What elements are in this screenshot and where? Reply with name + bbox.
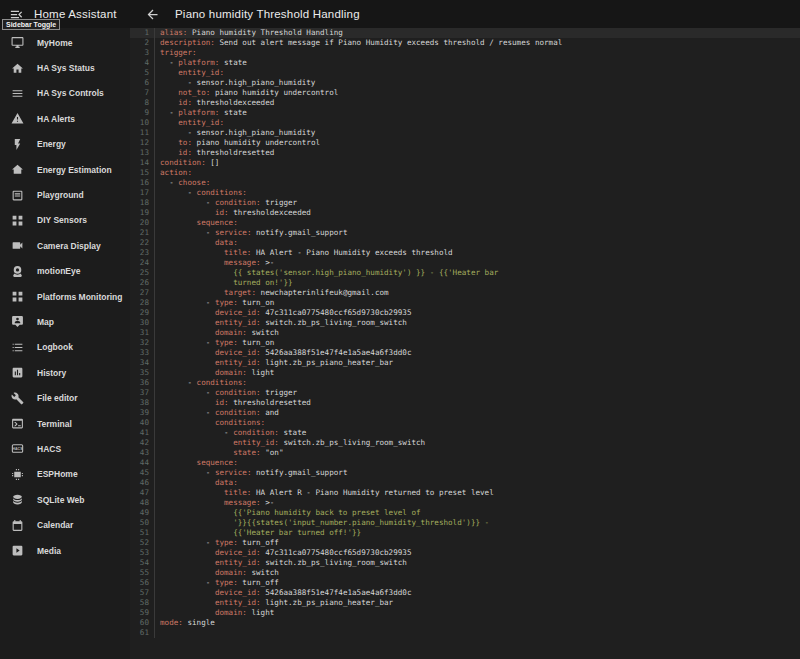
code-text: '}}{{states('input_number.piano_humidity…	[155, 518, 489, 528]
code-line[interactable]: 38 id: thresholdresetted	[130, 398, 800, 408]
code-line[interactable]: 37 - condition: trigger	[130, 388, 800, 398]
code-line[interactable]: 14 condition: []	[130, 158, 800, 168]
code-line[interactable]: 60 mode: single	[130, 618, 800, 628]
code-line[interactable]: 43 state: "on"	[130, 448, 800, 458]
code-line[interactable]: 52 - type: turn_off	[130, 538, 800, 548]
code-line[interactable]: 32 - type: turn_on	[130, 338, 800, 348]
code-line[interactable]: 53 device_id: 47c311ca0775480ccf65d9730c…	[130, 548, 800, 558]
sidebar-item-history[interactable]: History	[0, 360, 130, 385]
sidebar-item-ha-sys-status[interactable]: HA Sys Status	[0, 55, 130, 80]
sidebar-item-ha-sys-controls[interactable]: HA Sys Controls	[0, 81, 130, 106]
line-number: 2	[130, 38, 155, 48]
code-line[interactable]: 49 {{'Piano humidity back to preset leve…	[130, 508, 800, 518]
code-text: turned on!'}}	[155, 278, 293, 288]
code-line[interactable]: 18 - condition: trigger	[130, 198, 800, 208]
code-line[interactable]: 47 title: HA Alert R - Piano Humidity re…	[130, 488, 800, 498]
code-line[interactable]: 44 sequence:	[130, 458, 800, 468]
code-line[interactable]: 31 domain: switch	[130, 328, 800, 338]
sidebar-item-sqlite-web[interactable]: SQLite Web	[0, 487, 130, 512]
hacs-icon: HACS	[11, 442, 24, 455]
code-line[interactable]: 33 device_id: 5426aa388f51e47f4e1a5ae4a6…	[130, 348, 800, 358]
sidebar-item-terminal[interactable]: Terminal	[0, 411, 130, 436]
sidebar-item-playground[interactable]: Playground	[0, 182, 130, 207]
sidebar-item-diy-sensors[interactable]: DIY Sensors	[0, 208, 130, 233]
sidebar-item-label: HACS	[37, 444, 61, 454]
code-line[interactable]: 28 - type: turn_on	[130, 298, 800, 308]
sidebar-item-energy[interactable]: Energy	[0, 132, 130, 157]
line-number: 25	[130, 268, 155, 278]
code-line[interactable]: 48 message: >-	[130, 498, 800, 508]
code-line[interactable]: 45 - service: notify.gmail_support	[130, 468, 800, 478]
line-number: 1	[130, 28, 155, 38]
yaml-editor[interactable]: 1 alias: Piano humidity Threshold Handli…	[130, 28, 800, 659]
code-line[interactable]: 29 device_id: 47c311ca0775480ccf65d9730c…	[130, 308, 800, 318]
line-number: 13	[130, 148, 155, 158]
code-line[interactable]: 20 sequence:	[130, 218, 800, 228]
chart-icon	[11, 366, 24, 379]
sidebar-item-motioneye[interactable]: motionEye	[0, 259, 130, 284]
code-line[interactable]: 1 alias: Piano humidity Threshold Handli…	[130, 28, 800, 38]
code-line[interactable]: 3 trigger:	[130, 48, 800, 58]
code-line[interactable]: 8 id: thresholdexceeded	[130, 98, 800, 108]
code-line[interactable]: 23 title: HA Alert - Piano Humidity exce…	[130, 248, 800, 258]
code-line[interactable]: 7 not_to: piano humidity undercontrol	[130, 88, 800, 98]
code-line[interactable]: 19 id: thresholdexceeded	[130, 208, 800, 218]
code-line[interactable]: 13 id: thresholdresetted	[130, 148, 800, 158]
code-line[interactable]: 39 - condition: and	[130, 408, 800, 418]
code-line[interactable]: 15 action:	[130, 168, 800, 178]
code-line[interactable]: 41 - condition: state	[130, 428, 800, 438]
code-line[interactable]: 16 - choose:	[130, 178, 800, 188]
code-line[interactable]: 9 - platform: state	[130, 108, 800, 118]
sidebar-item-label: MyHome	[37, 38, 72, 48]
code-line[interactable]: 24 message: >-	[130, 258, 800, 268]
code-line[interactable]: 10 entity_id:	[130, 118, 800, 128]
code-line[interactable]: 5 entity_id:	[130, 68, 800, 78]
sidebar-item-ha-alerts[interactable]: HA Alerts	[0, 106, 130, 131]
sidebar-item-hacs[interactable]: HACS HACS	[0, 436, 130, 461]
code-text: message: >-	[155, 258, 274, 268]
code-line[interactable]: 2 description: Send out alert message if…	[130, 38, 800, 48]
sidebar-item-calendar[interactable]: Calendar	[0, 512, 130, 537]
sidebar-item-media[interactable]: Media	[0, 538, 130, 563]
code-line[interactable]: 59 domain: light	[130, 608, 800, 618]
code-line[interactable]: 34 entity_id: light.zb_ps_piano_heater_b…	[130, 358, 800, 368]
code-line[interactable]: 46 data:	[130, 478, 800, 488]
sidebar-item-myhome[interactable]: MyHome	[0, 30, 130, 55]
sidebar-item-energy-estimation[interactable]: Energy Estimation	[0, 157, 130, 182]
code-text: entity_id:	[155, 68, 224, 78]
code-line[interactable]: 51 {{'Heater bar turned off!'}}	[130, 528, 800, 538]
code-line[interactable]: 30 entity_id: switch.zb_ps_living_room_s…	[130, 318, 800, 328]
calendar-icon	[11, 519, 24, 532]
code-line[interactable]: 36 - conditions:	[130, 378, 800, 388]
code-line[interactable]: 25 {{ states('sensor.high_piano_humidity…	[130, 268, 800, 278]
line-number: 29	[130, 308, 155, 318]
code-line[interactable]: 26 turned on!'}}	[130, 278, 800, 288]
sidebar-item-map[interactable]: Map	[0, 309, 130, 334]
code-line[interactable]: 12 to: piano humidity undercontrol	[130, 138, 800, 148]
code-line[interactable]: 55 domain: switch	[130, 568, 800, 578]
code-line[interactable]: 27 target: newchapterinlifeuk@gmail.com	[130, 288, 800, 298]
code-line[interactable]: 58 entity_id: light.zb_ps_piano_heater_b…	[130, 598, 800, 608]
code-line[interactable]: 4 - platform: state	[130, 58, 800, 68]
sidebar-item-platforms-monitoring[interactable]: Platforms Monitoring	[0, 284, 130, 309]
code-line[interactable]: 21 - service: notify.gmail_support	[130, 228, 800, 238]
line-number: 21	[130, 228, 155, 238]
code-line[interactable]: 61	[130, 628, 800, 638]
sidebar-item-logbook[interactable]: Logbook	[0, 335, 130, 360]
code-line[interactable]: 56 - type: turn_off	[130, 578, 800, 588]
code-line[interactable]: 17 - conditions:	[130, 188, 800, 198]
code-line[interactable]: 40 conditions:	[130, 418, 800, 428]
code-line[interactable]: 42 entity_id: switch.zb_ps_living_room_s…	[130, 438, 800, 448]
sidebar-item-esphome[interactable]: ESPHome	[0, 462, 130, 487]
wrench-icon	[11, 392, 24, 405]
back-button[interactable]	[145, 7, 160, 22]
code-line[interactable]: 22 data:	[130, 238, 800, 248]
code-line[interactable]: 54 entity_id: switch.zb_ps_living_room_s…	[130, 558, 800, 568]
code-line[interactable]: 35 domain: light	[130, 368, 800, 378]
sidebar-item-camera-display[interactable]: Camera Display	[0, 233, 130, 258]
sidebar-item-file-editor[interactable]: File editor	[0, 385, 130, 410]
code-line[interactable]: 50 '}}{{states('input_number.piano_humid…	[130, 518, 800, 528]
code-line[interactable]: 6 - sensor.high_piano_humidity	[130, 78, 800, 88]
code-line[interactable]: 57 device_id: 5426aa388f51e47f4e1a5ae4a6…	[130, 588, 800, 598]
code-line[interactable]: 11 - sensor.high_piano_humidity	[130, 128, 800, 138]
